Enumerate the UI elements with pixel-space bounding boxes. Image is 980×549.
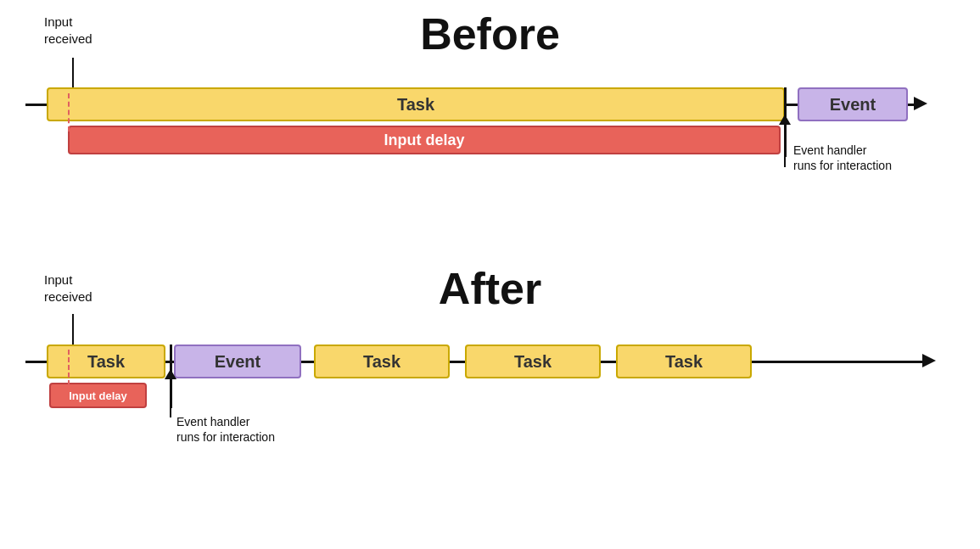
after-event-box: Event: [174, 345, 301, 378]
after-event-arrow-up: [165, 369, 176, 417]
before-dashed-line: [68, 93, 70, 132]
after-task-box-2: Task: [314, 345, 450, 378]
before-event-box: Event: [798, 87, 908, 121]
after-title: After: [0, 263, 980, 314]
after-timeline-arrow: [922, 354, 936, 367]
diagram-container: Before Input received Task Event Input d…: [0, 0, 980, 549]
after-task-box-3: Task: [465, 345, 601, 378]
after-input-delay-box: Input delay: [49, 383, 147, 408]
after-input-received-label: Input received: [44, 272, 92, 305]
after-dashed-line: [68, 350, 70, 385]
after-event-handler-label: Event handler runs for interaction: [176, 414, 275, 445]
before-input-received-label: Input received: [44, 14, 92, 47]
before-event-handler-label: Event handler runs for interaction: [793, 143, 892, 173]
before-task-box: Task: [47, 87, 785, 121]
before-timeline-arrow: [914, 97, 927, 110]
before-event-arrow-up: [779, 115, 791, 167]
before-title: Before: [0, 8, 980, 59]
after-task-box-1: Task: [47, 345, 165, 378]
after-task-box-4: Task: [616, 345, 752, 378]
before-input-delay-box: Input delay: [68, 126, 781, 154]
